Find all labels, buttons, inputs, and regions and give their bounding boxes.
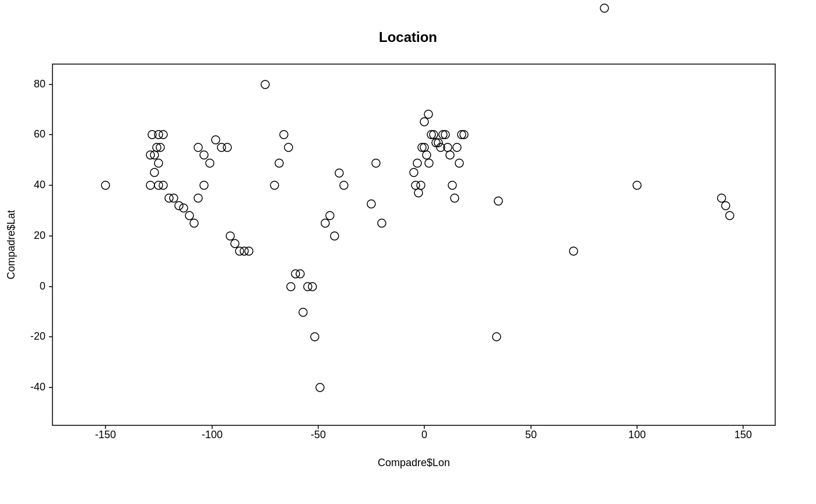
plot-area — [52, 64, 775, 425]
chart-title: Location — [379, 29, 437, 45]
x-label-minus100: -100 — [202, 429, 223, 440]
y-label-80: 80 — [34, 78, 45, 90]
chart-container: Location -150 -100 -50 0 50 100 — [0, 0, 816, 504]
x-label-100: 100 — [628, 429, 646, 440]
scatter-plot: Location -150 -100 -50 0 50 100 — [0, 0, 816, 504]
y-label-40: 40 — [34, 179, 45, 191]
y-label-minus20: -20 — [30, 330, 45, 342]
y-label-20: 20 — [34, 230, 45, 241]
x-label-minus150: -150 — [95, 429, 116, 440]
x-axis-label: Compadre$Lon — [378, 457, 450, 468]
x-label-minus50: -50 — [311, 429, 326, 440]
y-axis-label: Compadre$Lat — [5, 210, 17, 279]
x-label-50: 50 — [525, 429, 537, 440]
y-label-0: 0 — [40, 280, 45, 292]
x-label-0: 0 — [421, 429, 427, 440]
y-label-60: 60 — [34, 128, 45, 140]
x-label-150: 150 — [734, 429, 752, 440]
y-label-minus40: -40 — [30, 381, 45, 393]
